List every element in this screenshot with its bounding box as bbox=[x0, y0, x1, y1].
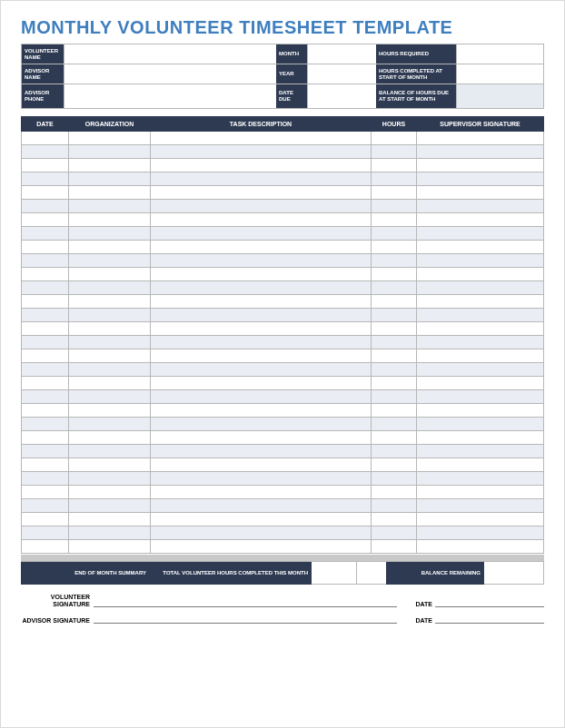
cell-organization[interactable] bbox=[69, 145, 151, 159]
cell-date[interactable] bbox=[22, 418, 69, 431]
cell-signature[interactable] bbox=[417, 377, 544, 390]
cell-signature[interactable] bbox=[417, 404, 544, 418]
cell-task[interactable] bbox=[151, 268, 372, 281]
cell-organization[interactable] bbox=[69, 513, 151, 526]
cell-date[interactable] bbox=[22, 458, 69, 472]
cell-organization[interactable] bbox=[69, 526, 151, 540]
cell-date[interactable] bbox=[22, 336, 69, 349]
line-volunteer-signature[interactable] bbox=[94, 598, 397, 607]
cell-date[interactable] bbox=[22, 363, 69, 377]
cell-date[interactable] bbox=[22, 472, 69, 486]
cell-signature[interactable] bbox=[417, 132, 544, 145]
cell-organization[interactable] bbox=[69, 132, 151, 145]
cell-task[interactable] bbox=[151, 486, 372, 499]
cell-organization[interactable] bbox=[69, 227, 151, 241]
cell-hours[interactable] bbox=[372, 349, 417, 363]
cell-task[interactable] bbox=[151, 322, 372, 336]
cell-task[interactable] bbox=[151, 390, 372, 404]
cell-date[interactable] bbox=[22, 172, 69, 186]
cell-hours[interactable] bbox=[372, 281, 417, 295]
cell-signature[interactable] bbox=[417, 499, 544, 513]
cell-organization[interactable] bbox=[69, 281, 151, 295]
cell-hours[interactable] bbox=[372, 227, 417, 241]
cell-organization[interactable] bbox=[69, 309, 151, 322]
cell-organization[interactable] bbox=[69, 349, 151, 363]
cell-organization[interactable] bbox=[69, 418, 151, 431]
cell-signature[interactable] bbox=[417, 486, 544, 499]
cell-signature[interactable] bbox=[417, 513, 544, 526]
field-hours-completed[interactable] bbox=[456, 64, 543, 84]
cell-date[interactable] bbox=[22, 281, 69, 295]
cell-date[interactable] bbox=[22, 145, 69, 159]
cell-signature[interactable] bbox=[417, 227, 544, 241]
cell-signature[interactable] bbox=[417, 159, 544, 172]
cell-hours[interactable] bbox=[372, 390, 417, 404]
cell-task[interactable] bbox=[151, 377, 372, 390]
cell-hours[interactable] bbox=[372, 526, 417, 540]
cell-organization[interactable] bbox=[69, 431, 151, 445]
cell-date[interactable] bbox=[22, 200, 69, 213]
cell-signature[interactable] bbox=[417, 540, 544, 554]
cell-date[interactable] bbox=[22, 159, 69, 172]
cell-signature[interactable] bbox=[417, 336, 544, 349]
cell-organization[interactable] bbox=[69, 172, 151, 186]
line-advisor-signature[interactable] bbox=[94, 615, 397, 624]
cell-organization[interactable] bbox=[69, 458, 151, 472]
cell-hours[interactable] bbox=[372, 268, 417, 281]
cell-hours[interactable] bbox=[372, 186, 417, 200]
cell-hours[interactable] bbox=[372, 309, 417, 322]
field-advisor-phone[interactable] bbox=[64, 84, 276, 108]
cell-task[interactable] bbox=[151, 349, 372, 363]
cell-signature[interactable] bbox=[417, 213, 544, 227]
field-hours-required[interactable] bbox=[456, 44, 543, 64]
cell-task[interactable] bbox=[151, 445, 372, 458]
cell-signature[interactable] bbox=[417, 295, 544, 309]
cell-hours[interactable] bbox=[372, 458, 417, 472]
cell-organization[interactable] bbox=[69, 241, 151, 254]
cell-signature[interactable] bbox=[417, 322, 544, 336]
cell-task[interactable] bbox=[151, 281, 372, 295]
line-volunteer-date[interactable] bbox=[435, 598, 544, 607]
cell-task[interactable] bbox=[151, 213, 372, 227]
cell-date[interactable] bbox=[22, 540, 69, 554]
cell-date[interactable] bbox=[22, 526, 69, 540]
cell-task[interactable] bbox=[151, 404, 372, 418]
cell-signature[interactable] bbox=[417, 145, 544, 159]
cell-signature[interactable] bbox=[417, 172, 544, 186]
cell-task[interactable] bbox=[151, 526, 372, 540]
cell-task[interactable] bbox=[151, 145, 372, 159]
cell-hours[interactable] bbox=[372, 336, 417, 349]
field-month[interactable] bbox=[307, 44, 376, 64]
cell-signature[interactable] bbox=[417, 241, 544, 254]
cell-hours[interactable] bbox=[372, 132, 417, 145]
line-advisor-date[interactable] bbox=[435, 615, 544, 624]
cell-hours[interactable] bbox=[372, 145, 417, 159]
cell-organization[interactable] bbox=[69, 268, 151, 281]
cell-hours[interactable] bbox=[372, 322, 417, 336]
cell-task[interactable] bbox=[151, 540, 372, 554]
cell-task[interactable] bbox=[151, 227, 372, 241]
cell-task[interactable] bbox=[151, 295, 372, 309]
cell-task[interactable] bbox=[151, 200, 372, 213]
cell-date[interactable] bbox=[22, 132, 69, 145]
cell-signature[interactable] bbox=[417, 309, 544, 322]
cell-task[interactable] bbox=[151, 254, 372, 268]
cell-hours[interactable] bbox=[372, 213, 417, 227]
cell-hours[interactable] bbox=[372, 172, 417, 186]
cell-organization[interactable] bbox=[69, 200, 151, 213]
cell-date[interactable] bbox=[22, 445, 69, 458]
cell-signature[interactable] bbox=[417, 526, 544, 540]
cell-task[interactable] bbox=[151, 159, 372, 172]
cell-date[interactable] bbox=[22, 254, 69, 268]
cell-organization[interactable] bbox=[69, 499, 151, 513]
cell-organization[interactable] bbox=[69, 186, 151, 200]
cell-organization[interactable] bbox=[69, 254, 151, 268]
field-advisor-name[interactable] bbox=[64, 64, 276, 84]
cell-task[interactable] bbox=[151, 241, 372, 254]
cell-date[interactable] bbox=[22, 186, 69, 200]
cell-date[interactable] bbox=[22, 486, 69, 499]
cell-date[interactable] bbox=[22, 322, 69, 336]
cell-hours[interactable] bbox=[372, 159, 417, 172]
cell-date[interactable] bbox=[22, 390, 69, 404]
cell-date[interactable] bbox=[22, 499, 69, 513]
